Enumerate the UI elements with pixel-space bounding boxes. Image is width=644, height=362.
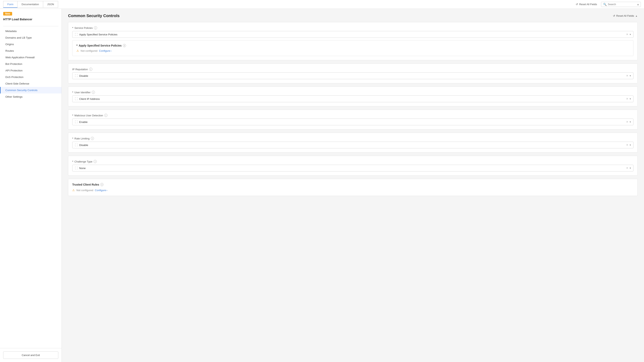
top-bar-actions: ↺ Reset All Fields 🔍 ▲ bbox=[576, 2, 641, 7]
rate-limiting-section: * Rate Limiting i ⛶ Disable × ▾ bbox=[68, 133, 638, 153]
drag-icon: ⛶ bbox=[75, 74, 78, 77]
search-input[interactable] bbox=[608, 3, 636, 6]
reset-icon: ↺ bbox=[576, 3, 578, 6]
chevron-down-icon[interactable]: ▾ bbox=[630, 120, 631, 123]
sidebar-footer: Cancel and Exit bbox=[0, 348, 62, 362]
chevron-down-icon[interactable]: ▾ bbox=[630, 167, 631, 169]
chevron-right-icon: › bbox=[106, 189, 107, 192]
subsection-title: * Apply Specified Service Policies i bbox=[76, 44, 629, 47]
user-identifier-section: * User Identifier i ⛶ Client IP Address … bbox=[68, 86, 638, 106]
user-identifier-select[interactable]: ⛶ Client IP Address × ▾ bbox=[72, 95, 634, 102]
reset-all-button[interactable]: ↺ Reset All Fields bbox=[576, 3, 597, 6]
trusted-client-rules-title: Trusted Client Rules i bbox=[72, 183, 634, 186]
challenge-type-info-icon[interactable]: i bbox=[94, 160, 97, 163]
new-badge: New bbox=[3, 12, 12, 15]
ip-reputation-section: IP Reputation i ⛶ Disable × ▾ bbox=[68, 63, 638, 83]
subsection-info-icon[interactable]: i bbox=[123, 44, 126, 47]
trusted-configure-link[interactable]: Configure › bbox=[95, 189, 108, 192]
chevron-down-icon[interactable]: ▾ bbox=[630, 144, 631, 146]
page-title: Common Security Controls bbox=[68, 13, 120, 18]
not-configured-status: ⚠ Not configured Configure › bbox=[76, 49, 629, 52]
clear-icon[interactable]: × bbox=[626, 166, 628, 170]
sidebar: New HTTP Load Balancer Metadata Domains … bbox=[0, 9, 62, 362]
reset-fields-button[interactable]: ↺ Reset All Fields ▲ bbox=[613, 14, 638, 17]
user-identifier-info-icon[interactable]: i bbox=[92, 91, 95, 94]
sidebar-item-metadata[interactable]: Metadata bbox=[0, 28, 62, 34]
sidebar-top: New HTTP Load Balancer bbox=[0, 9, 62, 26]
ip-reputation-select[interactable]: ⛶ Disable × ▾ bbox=[72, 72, 634, 79]
ip-reputation-info-icon[interactable]: i bbox=[89, 68, 92, 71]
chevron-down-icon[interactable]: ▾ bbox=[630, 97, 631, 100]
sidebar-item-common-security-controls[interactable]: Common Security Controls bbox=[0, 87, 62, 93]
drag-icon: ⛶ bbox=[75, 33, 78, 36]
tab-form[interactable]: Form bbox=[3, 1, 18, 8]
rate-limiting-label: * Rate Limiting i bbox=[72, 137, 634, 140]
top-bar: Form Documentation JSON ↺ Reset All Fiel… bbox=[0, 0, 644, 9]
sidebar-item-api-protection[interactable]: API Protection bbox=[0, 67, 62, 74]
tab-group: Form Documentation JSON bbox=[3, 1, 58, 8]
sidebar-title: HTTP Load Balancer bbox=[3, 17, 58, 21]
chevron-up-icon[interactable]: ▲ bbox=[637, 3, 639, 6]
chevron-down-icon[interactable]: ▾ bbox=[630, 33, 631, 36]
challenge-type-section: * Challenge Type i ⛶ None × ▾ bbox=[68, 156, 638, 176]
user-identifier-label: * User Identifier i bbox=[72, 91, 634, 94]
main-content: Common Security Controls ↺ Reset All Fie… bbox=[62, 9, 644, 362]
trusted-client-rules-status: ⚠ Not configured Configure › bbox=[72, 189, 634, 192]
sidebar-item-bot-protection[interactable]: Bot Protection bbox=[0, 61, 62, 67]
tab-json[interactable]: JSON bbox=[43, 1, 58, 8]
reset-icon: ↺ bbox=[613, 14, 615, 17]
chevron-right-icon: › bbox=[111, 49, 112, 52]
drag-icon: ⛶ bbox=[75, 97, 78, 100]
challenge-type-select[interactable]: ⛶ None × ▾ bbox=[72, 165, 634, 171]
sidebar-item-origins[interactable]: Origins bbox=[0, 41, 62, 47]
trusted-client-rules-info-icon[interactable]: i bbox=[100, 183, 104, 186]
service-policies-section: * Service Policies i ⛶ Apply Specified S… bbox=[68, 22, 638, 60]
rate-limiting-select[interactable]: ⛶ Disable × ▾ bbox=[72, 142, 634, 148]
search-icon: 🔍 bbox=[603, 3, 606, 6]
sidebar-item-routes[interactable]: Routes bbox=[0, 47, 62, 54]
challenge-type-label: * Challenge Type i bbox=[72, 160, 634, 163]
drag-icon: ⛶ bbox=[75, 166, 78, 170]
warning-icon: ⚠ bbox=[76, 49, 79, 52]
drag-icon: ⛶ bbox=[75, 120, 78, 123]
sidebar-item-waf[interactable]: Web Application Firewall bbox=[0, 54, 62, 61]
sidebar-item-other-settings[interactable]: Other Settings bbox=[0, 93, 62, 100]
service-policies-select[interactable]: ⛶ Apply Specified Service Policies × ▾ bbox=[72, 31, 634, 38]
page-header: Common Security Controls ↺ Reset All Fie… bbox=[68, 13, 638, 18]
layout: New HTTP Load Balancer Metadata Domains … bbox=[0, 9, 644, 362]
cancel-exit-button[interactable]: Cancel and Exit bbox=[3, 352, 58, 359]
clear-icon[interactable]: × bbox=[626, 33, 628, 36]
service-policies-label: * Service Policies i bbox=[72, 26, 634, 29]
sidebar-item-dos-protection[interactable]: DoS Protection bbox=[0, 74, 62, 80]
apply-service-policies-subsection: * Apply Specified Service Policies i ⚠ N… bbox=[72, 40, 634, 56]
chevron-down-icon[interactable]: ▾ bbox=[630, 74, 631, 77]
ip-reputation-label: IP Reputation i bbox=[72, 68, 634, 71]
service-policies-info-icon[interactable]: i bbox=[94, 26, 97, 29]
sidebar-nav: Metadata Domains and LB Type Origins Rou… bbox=[0, 26, 62, 348]
tab-documentation[interactable]: Documentation bbox=[17, 1, 43, 8]
sidebar-item-client-side-defense[interactable]: Client-Side Defense bbox=[0, 80, 62, 87]
clear-icon[interactable]: × bbox=[626, 74, 628, 77]
rate-limiting-info-icon[interactable]: i bbox=[91, 137, 94, 140]
malicious-user-detection-info-icon[interactable]: i bbox=[104, 114, 108, 117]
chevron-up-icon[interactable]: ▲ bbox=[635, 14, 638, 17]
search-box[interactable]: 🔍 ▲ bbox=[601, 2, 641, 7]
clear-icon[interactable]: × bbox=[626, 143, 628, 147]
malicious-user-detection-select[interactable]: ⛶ Enable × ▾ bbox=[72, 119, 634, 125]
clear-icon[interactable]: × bbox=[626, 97, 628, 100]
clear-icon[interactable]: × bbox=[626, 120, 628, 123]
malicious-user-detection-section: * Malicious User Detection i ⛶ Enable × … bbox=[68, 110, 638, 129]
drag-icon: ⛶ bbox=[75, 143, 78, 147]
configure-link[interactable]: Configure › bbox=[99, 49, 112, 52]
sidebar-item-domains-lb[interactable]: Domains and LB Type bbox=[0, 34, 62, 41]
trusted-client-rules-section: Trusted Client Rules i ⚠ Not configured … bbox=[68, 179, 638, 196]
warning-icon: ⚠ bbox=[72, 189, 75, 192]
malicious-user-detection-label: * Malicious User Detection i bbox=[72, 114, 634, 117]
